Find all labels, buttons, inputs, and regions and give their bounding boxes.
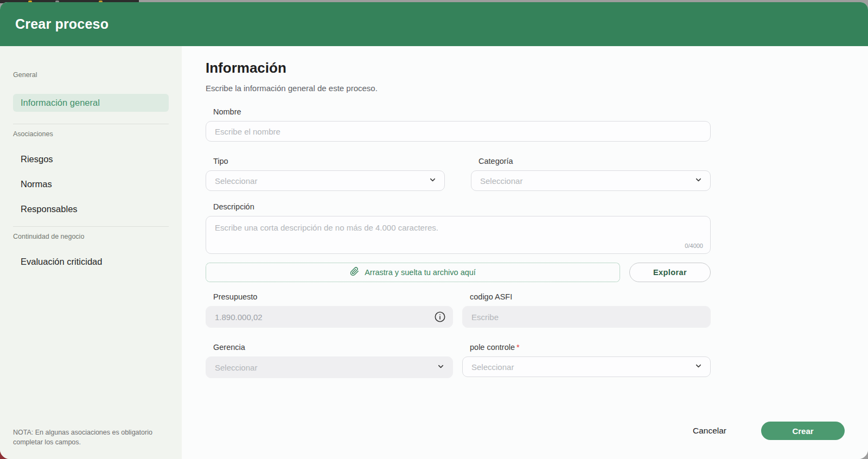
chevron-down-icon: [694, 176, 703, 186]
presupuesto-input: [206, 306, 453, 328]
cancel-button[interactable]: Cancelar: [693, 426, 726, 436]
categoria-select-value: Seleccionar: [480, 176, 522, 186]
chevron-down-icon: [694, 362, 703, 372]
char-counter: 0/4000: [685, 243, 703, 249]
presupuesto-label: Presupuesto: [213, 292, 453, 301]
pole-controle-select-value: Seleccionar: [471, 362, 514, 372]
info-icon[interactable]: [434, 311, 446, 323]
gerencia-select: Seleccionar: [206, 356, 453, 378]
footer-actions: Cancelar Crear: [693, 422, 845, 440]
explore-button[interactable]: Explorar: [629, 263, 711, 282]
sidebar-section-continuidad: Continuidad de negocio: [13, 233, 169, 240]
modal-body: General Información general Asociaciones…: [0, 46, 868, 459]
descripcion-textarea[interactable]: [206, 216, 711, 254]
sidebar-item-informacion-general[interactable]: Información general: [13, 94, 169, 112]
dropzone-label: Arrastra y suelta tu archivo aquí: [365, 268, 476, 277]
pole-controle-select[interactable]: Seleccionar: [462, 356, 711, 377]
chevron-down-icon: [429, 176, 437, 186]
sidebar-section-general: General: [13, 71, 169, 79]
categoria-select[interactable]: Seleccionar: [471, 170, 711, 191]
paperclip-icon: [350, 267, 359, 278]
sidebar-divider: [13, 226, 169, 227]
gerencia-label: Gerencia: [213, 343, 453, 352]
pole-controle-label-text: pole controle: [470, 343, 515, 352]
pole-controle-label: pole controle*: [470, 343, 711, 352]
sidebar-item-normas[interactable]: Normas: [21, 179, 169, 189]
sidebar-note: NOTA: En algunas asociaciones es obligat…: [13, 428, 154, 447]
chevron-down-icon: [437, 362, 445, 372]
sidebar-section-asociaciones: Asociaciones: [13, 130, 169, 138]
nombre-label: Nombre: [213, 107, 711, 116]
create-button[interactable]: Crear: [761, 422, 845, 440]
categoria-label: Categoría: [478, 157, 711, 165]
create-process-modal: Crear proceso General Información genera…: [0, 2, 868, 459]
file-dropzone[interactable]: Arrastra y suelta tu archivo aquí: [206, 263, 620, 282]
page-subtitle: Escribe la información general de este p…: [206, 84, 868, 93]
sidebar-item-evaluacion-criticidad[interactable]: Evaluación criticidad: [21, 257, 169, 267]
sidebar: General Información general Asociaciones…: [0, 46, 182, 459]
nombre-input[interactable]: [206, 121, 711, 142]
main-panel: Información Escribe la información gener…: [182, 46, 868, 459]
required-asterisk: *: [516, 343, 520, 352]
descripcion-label: Descripción: [213, 202, 711, 211]
modal-title: Crear proceso: [15, 16, 108, 32]
tipo-select[interactable]: Seleccionar: [206, 170, 445, 191]
page-title: Información: [206, 60, 868, 76]
modal-header: Crear proceso: [0, 2, 868, 46]
sidebar-item-responsables[interactable]: Responsables: [21, 204, 169, 214]
process-form: Nombre Tipo Seleccionar: [206, 107, 711, 378]
codigo-asfi-input[interactable]: [462, 306, 711, 328]
sidebar-divider: [13, 124, 169, 124]
gerencia-select-value: Seleccionar: [215, 363, 257, 372]
tipo-select-value: Seleccionar: [215, 176, 257, 186]
tipo-label: Tipo: [213, 157, 445, 165]
sidebar-item-riesgos[interactable]: Riesgos: [21, 154, 169, 164]
codigo-asfi-label: codigo ASFI: [470, 292, 711, 301]
